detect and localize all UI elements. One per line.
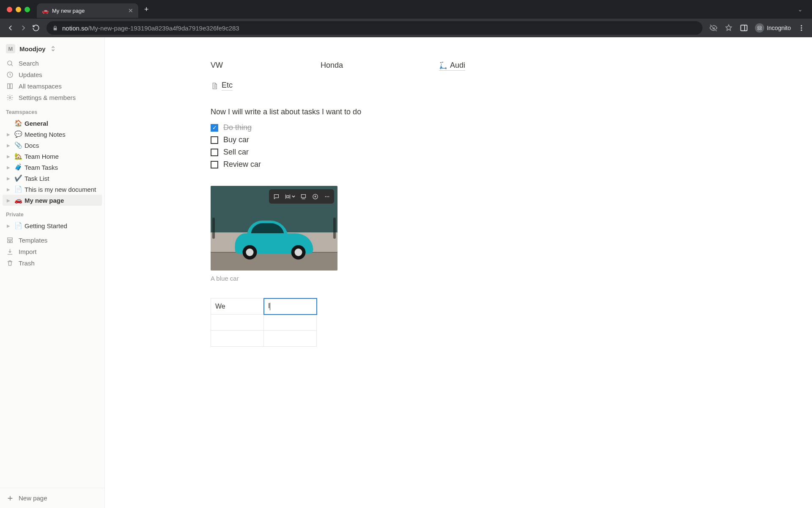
page-link[interactable]: 🛴Audi bbox=[439, 61, 465, 71]
window-zoom-button[interactable] bbox=[25, 7, 30, 12]
image-resize-handle-right[interactable] bbox=[333, 218, 336, 239]
table-cell[interactable]: We bbox=[211, 298, 264, 315]
chevron-right-icon[interactable]: ▶ bbox=[7, 143, 12, 148]
sidebar-settings-members[interactable]: Settings & members bbox=[0, 92, 104, 103]
sidebar-import[interactable]: Import bbox=[0, 246, 104, 257]
todo-item[interactable]: Review car bbox=[211, 160, 591, 169]
svg-rect-12 bbox=[301, 194, 305, 198]
table-cell[interactable] bbox=[211, 331, 264, 347]
checkbox[interactable] bbox=[211, 161, 218, 168]
templates-icon bbox=[6, 237, 14, 244]
table-row: WeI bbox=[211, 298, 317, 315]
table-row bbox=[211, 315, 317, 331]
page-emoji-icon: 🏡 bbox=[14, 152, 22, 160]
teamspace-item-task-list[interactable]: ▶✔️Task List bbox=[3, 173, 102, 184]
image-caption-button[interactable] bbox=[298, 191, 309, 202]
chevron-right-icon[interactable]: ▶ bbox=[7, 198, 12, 203]
svg-rect-11 bbox=[10, 241, 12, 243]
todo-item[interactable]: Buy car bbox=[211, 135, 591, 144]
todo-item[interactable]: Sell car bbox=[211, 148, 591, 157]
chevron-right-icon[interactable]: ▶ bbox=[7, 132, 12, 137]
teamspace-item-this-is-my-new-document[interactable]: ▶📄This is my new document bbox=[3, 184, 102, 195]
checkbox[interactable] bbox=[211, 136, 218, 144]
image-download-button[interactable] bbox=[310, 191, 321, 202]
svg-rect-0 bbox=[741, 25, 747, 30]
private-section-label: Private bbox=[0, 206, 104, 220]
svg-point-8 bbox=[9, 97, 11, 98]
checkbox[interactable]: ✓ bbox=[211, 124, 218, 132]
table-cell[interactable] bbox=[211, 315, 264, 331]
workspace-switcher[interactable]: M Moodjoy bbox=[0, 41, 104, 58]
address-bar[interactable]: notion.so/My-new-page-193190a8239a4f9da7… bbox=[47, 21, 702, 35]
panel-icon[interactable] bbox=[740, 24, 748, 32]
paragraph[interactable]: Now I will write a list about tasks I wa… bbox=[211, 108, 591, 116]
chevron-right-icon[interactable]: ▶ bbox=[7, 165, 12, 170]
sidebar-templates[interactable]: Templates bbox=[0, 235, 104, 246]
teamspace-item-team-tasks[interactable]: ▶🧳Team Tasks bbox=[3, 162, 102, 173]
image-content bbox=[211, 186, 337, 271]
new-page-button[interactable]: New page bbox=[0, 488, 104, 508]
image-block[interactable]: A blue car bbox=[211, 186, 337, 282]
tree-item-label: This is my new document bbox=[25, 186, 96, 193]
column[interactable]: Honda bbox=[321, 61, 414, 71]
simple-table[interactable]: WeI bbox=[211, 298, 317, 347]
svg-rect-6 bbox=[7, 84, 9, 88]
teamspace-item-team-home[interactable]: ▶🏡Team Home bbox=[3, 151, 102, 162]
column-list: VWHonda🛴Audi bbox=[211, 61, 591, 71]
tabs-overflow-icon[interactable]: ⌄ bbox=[798, 6, 807, 13]
window-close-button[interactable] bbox=[7, 7, 12, 12]
nav-forward-button[interactable] bbox=[17, 22, 30, 34]
page-emoji-icon: 📎 bbox=[14, 141, 22, 149]
sidebar-search[interactable]: Search bbox=[0, 58, 104, 69]
teamspace-item-meeting-notes[interactable]: ▶💬Meeting Notes bbox=[3, 129, 102, 140]
chevron-right-icon[interactable]: ▶ bbox=[7, 187, 12, 192]
editor-main[interactable]: VWHonda🛴Audi Etc Now I will write a list… bbox=[105, 37, 812, 508]
image-comment-button[interactable] bbox=[271, 191, 282, 202]
chevron-right-icon[interactable]: ▶ bbox=[7, 154, 12, 159]
nav-back-button[interactable] bbox=[4, 22, 17, 34]
image-more-button[interactable] bbox=[321, 191, 332, 202]
eye-off-icon[interactable] bbox=[709, 24, 718, 32]
private-item-getting-started[interactable]: ▶📄Getting Started bbox=[3, 220, 102, 231]
tree-item-label: Getting Started bbox=[25, 222, 67, 229]
svg-rect-10 bbox=[7, 241, 9, 243]
subpage-link[interactable]: Etc bbox=[211, 81, 233, 91]
chevron-right-icon[interactable]: ▶ bbox=[7, 224, 12, 228]
window-minimize-button[interactable] bbox=[16, 7, 21, 12]
new-tab-button[interactable]: + bbox=[144, 5, 149, 14]
table-cell[interactable]: I bbox=[264, 298, 317, 315]
bookmark-star-icon[interactable] bbox=[724, 24, 733, 32]
browser-menu-icon[interactable] bbox=[798, 24, 805, 32]
checkbox[interactable] bbox=[211, 149, 218, 156]
teamspace-item-general[interactable]: 🏠General bbox=[3, 118, 102, 129]
teamspace-item-my-new-page[interactable]: ▶🚗My new page bbox=[3, 195, 102, 206]
tab-close-icon[interactable]: ✕ bbox=[128, 7, 133, 14]
tree-item-label: General bbox=[25, 120, 48, 127]
todo-item[interactable]: ✓Do thing bbox=[211, 123, 591, 132]
teamspace-item-docs[interactable]: ▶📎Docs bbox=[3, 140, 102, 151]
sidebar-item-label: Search bbox=[19, 60, 39, 67]
document: VWHonda🛴Audi Etc Now I will write a list… bbox=[211, 37, 591, 372]
tree-item-label: Task List bbox=[25, 175, 49, 182]
search-icon bbox=[6, 60, 14, 67]
svg-rect-7 bbox=[10, 84, 12, 88]
image-caption[interactable]: A blue car bbox=[211, 275, 337, 282]
sidebar-trash[interactable]: Trash bbox=[0, 257, 104, 269]
table-cell[interactable] bbox=[264, 315, 317, 331]
nav-reload-button[interactable] bbox=[30, 22, 42, 34]
incognito-indicator[interactable]: Incognito bbox=[755, 23, 791, 33]
svg-point-15 bbox=[326, 196, 327, 197]
subpage-label: Etc bbox=[222, 81, 233, 91]
browser-tab[interactable]: 🚗 My new page ✕ bbox=[37, 3, 138, 18]
sidebar-updates[interactable]: Updates bbox=[0, 69, 104, 80]
image-resize-handle-left[interactable] bbox=[212, 218, 215, 239]
page-emoji-icon: ✔️ bbox=[14, 174, 22, 182]
sidebar-all-teamspaces[interactable]: All teamspaces bbox=[0, 80, 104, 92]
svg-point-2 bbox=[801, 28, 802, 29]
column[interactable]: 🛴Audi bbox=[439, 61, 524, 71]
table-cell[interactable] bbox=[264, 331, 317, 347]
chevron-updown-icon bbox=[51, 46, 55, 52]
image-align-button[interactable] bbox=[283, 191, 297, 202]
chevron-right-icon[interactable]: ▶ bbox=[7, 176, 12, 181]
column[interactable]: VW bbox=[211, 61, 295, 71]
